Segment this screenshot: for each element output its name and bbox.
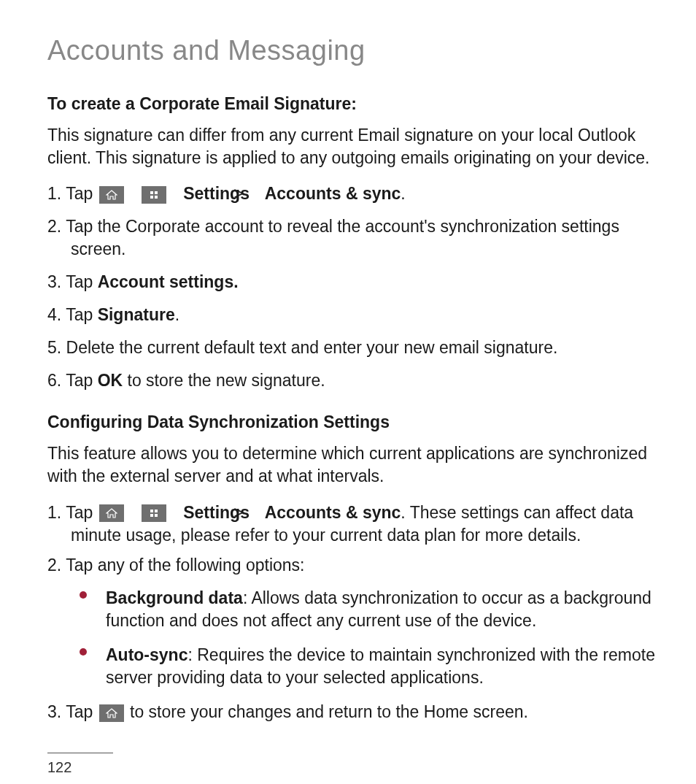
bullet-text: : Requires the device to maintain synchr… — [106, 645, 655, 687]
separator: > — [173, 501, 179, 524]
step-text: 6. Tap — [47, 371, 98, 390]
step-end: to store your changes and return to the … — [130, 702, 528, 721]
section1-step2: 2. Tap the Corporate account to reveal t… — [47, 215, 656, 261]
section2-step2: 2. Tap any of the following options: — [47, 554, 656, 577]
step-text: 1. Tap — [47, 503, 98, 522]
separator: > — [254, 501, 260, 524]
svg-rect-3 — [155, 196, 158, 199]
background-data-label: Background data — [106, 588, 243, 607]
bullet-item: Background data: Allows data synchroniza… — [47, 587, 656, 632]
ok-label: OK — [98, 371, 123, 390]
accounts-sync-label: Accounts & sync — [265, 503, 401, 522]
separator: > — [254, 182, 260, 205]
section2-intro: This feature allows you to determine whi… — [47, 442, 656, 488]
account-settings-label: Account settings. — [98, 272, 239, 291]
svg-rect-5 — [155, 510, 158, 512]
section1-step4: 4. Tap Signature. — [47, 304, 656, 326]
section2-step1: 1. Tap > > Settings > Accounts & sync. T… — [47, 501, 656, 547]
home-icon — [99, 504, 124, 522]
bullet-dot-icon — [80, 648, 87, 656]
section1-step5: 5. Delete the current default text and e… — [47, 337, 656, 359]
svg-rect-1 — [155, 191, 158, 194]
step-continuation: minute usage, please refer to your curre… — [47, 524, 656, 547]
step-text: 3. Tap — [47, 272, 98, 291]
svg-rect-7 — [155, 514, 158, 517]
page-title: Accounts and Messaging — [47, 35, 656, 66]
home-icon — [99, 186, 124, 204]
section1-step6: 6. Tap OK to store the new signature. — [47, 369, 656, 392]
auto-sync-label: Auto-sync — [106, 645, 187, 664]
svg-rect-0 — [150, 191, 153, 194]
apps-icon — [142, 504, 166, 522]
bullet-dot-icon — [80, 591, 87, 599]
section1-step1: 1. Tap > > Settings > Accounts & sync. — [47, 182, 656, 205]
section1-step3: 3. Tap Account settings. — [47, 271, 656, 293]
section1-heading: To create a Corporate Email Signature: — [47, 94, 656, 114]
step-text: 1. Tap — [47, 184, 98, 203]
manual-page: Accounts and Messaging To create a Corpo… — [0, 0, 696, 784]
step-end: to store the new signature. — [123, 371, 325, 390]
bullet-item: Auto-sync: Requires the device to mainta… — [47, 644, 656, 689]
accounts-sync-label: Accounts & sync — [265, 184, 401, 203]
svg-rect-2 — [150, 196, 153, 199]
section1-intro: This signature can differ from any curre… — [47, 124, 656, 169]
step-end: . — [401, 184, 405, 203]
separator: > — [130, 182, 136, 205]
section2-heading: Configuring Data Synchronization Setting… — [47, 412, 656, 432]
apps-icon — [142, 186, 166, 204]
step-end: . — [175, 305, 179, 324]
home-icon — [99, 704, 124, 722]
page-number-rule — [47, 753, 113, 753]
step-post: . These settings can affect data — [401, 503, 633, 522]
svg-rect-4 — [150, 510, 153, 512]
page-number: 122 — [47, 759, 71, 775]
separator: > — [173, 182, 179, 205]
separator: > — [130, 501, 136, 524]
step-text: 3. Tap — [47, 702, 98, 721]
section2-step3: 3. Tap to store your changes and return … — [47, 701, 656, 723]
signature-label: Signature — [98, 305, 175, 324]
step-text: 4. Tap — [47, 305, 98, 324]
svg-rect-6 — [150, 514, 153, 517]
page-footer: 122 — [47, 753, 656, 776]
